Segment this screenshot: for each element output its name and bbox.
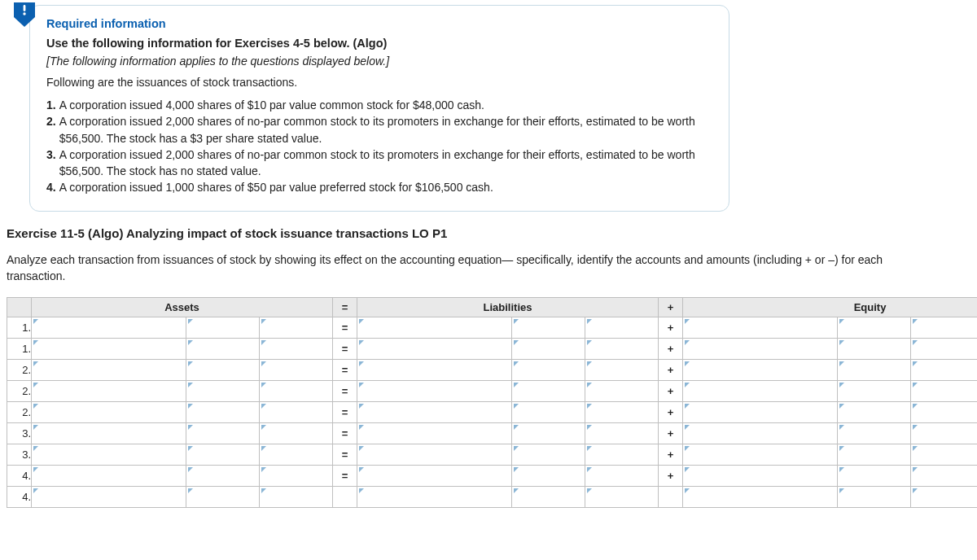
amount-input-cell[interactable] xyxy=(585,487,659,508)
amount-input-cell[interactable] xyxy=(911,317,977,339)
amount-input-cell[interactable] xyxy=(186,360,260,381)
amount-input-cell[interactable] xyxy=(260,466,333,487)
amount-input-cell[interactable] xyxy=(186,339,260,360)
account-dropdown-cell[interactable] xyxy=(683,339,838,360)
amount-input-cell[interactable] xyxy=(838,339,911,360)
account-dropdown-cell[interactable] xyxy=(32,360,186,381)
amount-input-cell[interactable] xyxy=(512,381,585,402)
account-dropdown-cell[interactable] xyxy=(32,466,186,487)
header-plus: + xyxy=(659,298,683,317)
amount-input-cell[interactable] xyxy=(585,339,659,360)
amount-input-cell[interactable] xyxy=(512,360,585,381)
amount-input-cell[interactable] xyxy=(260,444,333,466)
amount-input-cell[interactable] xyxy=(186,487,260,508)
account-dropdown-cell[interactable] xyxy=(357,317,512,339)
account-dropdown-cell[interactable] xyxy=(357,402,512,423)
required-title: Required information xyxy=(46,17,712,30)
amount-input-cell[interactable] xyxy=(186,381,260,402)
cell-indicator-icon xyxy=(261,446,266,451)
amount-input-cell[interactable] xyxy=(585,423,659,444)
amount-input-cell[interactable] xyxy=(585,466,659,487)
account-dropdown-cell[interactable] xyxy=(357,423,512,444)
amount-input-cell[interactable] xyxy=(911,360,977,381)
amount-input-cell[interactable] xyxy=(512,317,585,339)
account-dropdown-cell[interactable] xyxy=(683,402,838,423)
cell-indicator-icon xyxy=(839,425,844,430)
amount-input-cell[interactable] xyxy=(186,423,260,444)
amount-input-cell[interactable] xyxy=(838,423,911,444)
account-dropdown-cell[interactable] xyxy=(357,381,512,402)
amount-input-cell[interactable] xyxy=(838,402,911,423)
amount-input-cell[interactable] xyxy=(186,317,260,339)
plus-cell: + xyxy=(659,444,683,466)
amount-input-cell[interactable] xyxy=(186,466,260,487)
account-dropdown-cell[interactable] xyxy=(683,444,838,466)
amount-input-cell[interactable] xyxy=(838,317,911,339)
amount-input-cell[interactable] xyxy=(260,402,333,423)
amount-input-cell[interactable] xyxy=(260,423,333,444)
amount-input-cell[interactable] xyxy=(512,339,585,360)
account-dropdown-cell[interactable] xyxy=(32,444,186,466)
amount-input-cell[interactable] xyxy=(512,423,585,444)
row-number: 2. xyxy=(7,381,32,402)
amount-input-cell[interactable] xyxy=(260,360,333,381)
header-equity: Equity xyxy=(683,298,977,317)
account-dropdown-cell[interactable] xyxy=(357,466,512,487)
amount-input-cell[interactable] xyxy=(512,402,585,423)
amount-input-cell[interactable] xyxy=(260,487,333,508)
cell-indicator-icon xyxy=(261,319,266,324)
account-dropdown-cell[interactable] xyxy=(32,423,186,444)
amount-input-cell[interactable] xyxy=(911,423,977,444)
account-dropdown-cell[interactable] xyxy=(683,360,838,381)
cell-indicator-icon xyxy=(913,319,918,324)
account-dropdown-cell[interactable] xyxy=(683,487,838,508)
account-dropdown-cell[interactable] xyxy=(32,487,186,508)
account-dropdown-cell[interactable] xyxy=(32,381,186,402)
amount-input-cell[interactable] xyxy=(260,317,333,339)
amount-input-cell[interactable] xyxy=(585,381,659,402)
amount-input-cell[interactable] xyxy=(585,444,659,466)
equals-cell: = xyxy=(333,317,357,339)
amount-input-cell[interactable] xyxy=(186,402,260,423)
amount-input-cell[interactable] xyxy=(512,487,585,508)
amount-input-cell[interactable] xyxy=(186,444,260,466)
account-dropdown-cell[interactable] xyxy=(32,339,186,360)
amount-input-cell[interactable] xyxy=(838,444,911,466)
account-dropdown-cell[interactable] xyxy=(683,317,838,339)
cell-indicator-icon xyxy=(913,361,918,366)
amount-input-cell[interactable] xyxy=(512,466,585,487)
amount-input-cell[interactable] xyxy=(838,381,911,402)
table-row: 3.=+ xyxy=(7,444,978,466)
account-dropdown-cell[interactable] xyxy=(683,381,838,402)
account-dropdown-cell[interactable] xyxy=(683,423,838,444)
cell-indicator-icon xyxy=(261,467,266,472)
cell-indicator-icon xyxy=(514,488,519,493)
account-dropdown-cell[interactable] xyxy=(357,444,512,466)
cell-indicator-icon xyxy=(839,383,844,387)
amount-input-cell[interactable] xyxy=(911,381,977,402)
account-dropdown-cell[interactable] xyxy=(683,466,838,487)
amount-input-cell[interactable] xyxy=(838,360,911,381)
amount-input-cell[interactable] xyxy=(585,402,659,423)
amount-input-cell[interactable] xyxy=(911,402,977,423)
amount-input-cell[interactable] xyxy=(838,487,911,508)
amount-input-cell[interactable] xyxy=(838,466,911,487)
amount-input-cell[interactable] xyxy=(260,339,333,360)
account-dropdown-cell[interactable] xyxy=(357,487,512,508)
cell-indicator-icon xyxy=(33,361,38,366)
amount-input-cell[interactable] xyxy=(911,444,977,466)
cell-indicator-icon xyxy=(685,425,690,430)
account-dropdown-cell[interactable] xyxy=(357,339,512,360)
cell-indicator-icon xyxy=(359,361,364,366)
amount-input-cell[interactable] xyxy=(585,360,659,381)
amount-input-cell[interactable] xyxy=(585,317,659,339)
amount-input-cell[interactable] xyxy=(911,466,977,487)
table-header-row: Assets = Liabilities + Equity xyxy=(7,298,978,317)
account-dropdown-cell[interactable] xyxy=(357,360,512,381)
amount-input-cell[interactable] xyxy=(512,444,585,466)
amount-input-cell[interactable] xyxy=(911,487,977,508)
amount-input-cell[interactable] xyxy=(911,339,977,360)
account-dropdown-cell[interactable] xyxy=(32,317,186,339)
account-dropdown-cell[interactable] xyxy=(32,402,186,423)
amount-input-cell[interactable] xyxy=(260,381,333,402)
